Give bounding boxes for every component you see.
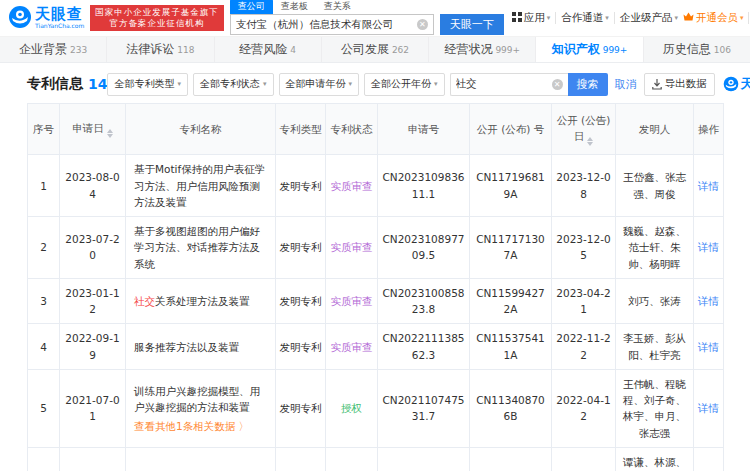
column-header-label: 发明人 (639, 123, 671, 135)
action-cell: 详情 (694, 447, 724, 471)
partner-channel-label: 合作通道 (561, 11, 603, 25)
column-header[interactable]: 公开 (公告) 日 (552, 104, 616, 155)
divider (555, 12, 556, 24)
table-row: 12023-08-04基于Motif保持的用户表征学习方法、用户信用风险预测方法… (28, 155, 724, 217)
nav-tab[interactable]: 公司发展262 (322, 37, 429, 62)
nav-tab-count: 4 (290, 45, 296, 55)
enterprise-products-label: 企业级产品 (620, 11, 673, 25)
filter-label: 全部专利状态 (200, 77, 260, 91)
chevron-down-icon: ▾ (177, 80, 181, 88)
nav-tab-count: 999+ (495, 45, 520, 55)
publication-date: 2022-04-12 (552, 369, 616, 447)
patent-type: 发明专利 (276, 369, 326, 447)
patent-status: 实质审查 (326, 447, 378, 471)
company-search-input[interactable] (236, 19, 417, 31)
vip-upgrade-menu[interactable]: 开通会员 ▾ (683, 11, 744, 25)
column-header-label: 申请号 (408, 123, 440, 135)
row-index: 4 (28, 324, 60, 370)
column-header: 序号 (28, 104, 60, 155)
patent-type: 发明专利 (276, 217, 326, 279)
nav-tab-count: 118 (177, 45, 194, 55)
publication-date: 2023-12-05 (552, 217, 616, 279)
company-search-box[interactable]: ✕ (230, 14, 434, 35)
inventors: 谭谦、林源、王儒林、陈晓斌、董燕萍、代磊 (616, 447, 694, 471)
detail-link[interactable]: 详情 (698, 241, 719, 253)
table-row: 62021-04-29数据同步方法以及装置发明专利实质审查CN202110475… (28, 447, 724, 471)
divider (614, 12, 615, 24)
tianyancha-logo[interactable]: 天眼查 TianYanCha.com (8, 5, 84, 32)
keyword-search-box[interactable]: ✕ (450, 73, 568, 96)
clear-keyword-icon[interactable]: ✕ (552, 79, 563, 90)
patent-status: 实质审查 (326, 278, 378, 324)
column-header: 操作 (694, 104, 724, 155)
patent-name-text: 训练用户兴趣挖掘模型、用户兴趣挖掘的方法和装置 (134, 385, 260, 413)
row-index: 6 (28, 447, 60, 471)
detail-link[interactable]: 详情 (698, 295, 719, 307)
row-index: 5 (28, 369, 60, 447)
nav-tab-count: 233 (70, 45, 87, 55)
crown-icon (683, 12, 694, 24)
patent-status: 实质审查 (326, 155, 378, 217)
patent-status: 实质审查 (326, 217, 378, 279)
detail-link[interactable]: 详情 (698, 341, 719, 353)
patent-status: 实质审查 (326, 324, 378, 370)
publication-number: CN117171307A (470, 217, 552, 279)
grid-icon (512, 12, 522, 24)
column-header-label: 专利状态 (331, 123, 373, 135)
application-date: 2023-08-04 (60, 155, 126, 217)
application-number: CN202310983611.1 (378, 155, 470, 217)
chevron-down-icon: ▾ (740, 14, 744, 22)
chevron-down-icon: ▾ (605, 14, 609, 22)
chevron-down-icon: ▾ (674, 14, 678, 22)
application-number: CN202110475659.2 (378, 447, 470, 471)
nav-tab-label: 法律诉讼 (126, 41, 174, 58)
related-data-link[interactable]: 查看其他1条相关数据 〉 (134, 418, 269, 434)
clear-search-icon[interactable]: ✕ (417, 19, 428, 30)
search-tab[interactable]: 查公司 (230, 0, 273, 14)
nav-tab[interactable]: 经营风险4 (215, 37, 322, 62)
column-header-label: 公开 (公告) 日 (557, 114, 611, 142)
header-search-button[interactable]: 天眼一下 (440, 14, 504, 35)
nav-tab[interactable]: 知识产权999+ (536, 37, 643, 62)
detail-link[interactable]: 详情 (698, 402, 719, 414)
nav-tab[interactable]: 法律诉讼118 (107, 37, 214, 62)
sort-icon[interactable] (587, 137, 593, 146)
patent-name: 训练用户兴趣挖掘模型、用户兴趣挖掘的方法和装置查看其他1条相关数据 〉 (126, 369, 276, 447)
keyword-search-input[interactable] (456, 78, 552, 90)
sort-icon[interactable] (107, 129, 113, 138)
filter-dropdown[interactable]: 全部专利状态▾ (193, 73, 274, 96)
export-data-label: 导出数据 (665, 77, 707, 91)
enterprise-products-menu[interactable]: 企业级产品 ▾ (620, 11, 678, 25)
filter-dropdown[interactable]: 全部申请年份▾ (279, 73, 360, 96)
nav-tab[interactable]: 历史信息106 (644, 37, 750, 62)
publication-date: 2023-04-21 (552, 278, 616, 324)
watermark-text: 天眼查 (741, 75, 750, 93)
search-tab[interactable]: 查老板 (273, 0, 316, 14)
nav-tab-count: 262 (392, 45, 409, 55)
vip-upgrade-label: 开通会员 (696, 11, 738, 25)
export-data-button[interactable]: 导出数据 (644, 73, 715, 96)
publication-number: CN113408706B (470, 369, 552, 447)
nav-tab[interactable]: 企业背景233 (0, 37, 107, 62)
nav-tab-count: 999+ (603, 45, 628, 55)
chevron-down-icon: ▾ (349, 80, 353, 88)
detail-link[interactable]: 详情 (698, 180, 719, 192)
filter-dropdown[interactable]: 全部公开年份▾ (364, 73, 445, 96)
nav-tab-label: 公司发展 (341, 41, 389, 58)
inventors: 王伟帆、程晓程、刘子奇、林宇、申月、张志强 (616, 369, 694, 447)
cancel-search-link[interactable]: 取消 (615, 77, 637, 92)
partner-channel-menu[interactable]: 合作通道 ▾ (561, 11, 609, 25)
table-row: 32023-01-12社交关系处理方法及装置发明专利实质审查CN20231008… (28, 278, 724, 324)
nav-tab[interactable]: 经营状况999+ (429, 37, 536, 62)
apps-menu[interactable]: 应用 ▾ (512, 11, 551, 25)
filter-dropdown[interactable]: 全部专利类型▾ (107, 73, 188, 96)
keyword-search-button[interactable]: 搜索 (568, 73, 608, 96)
inventors: 李玉娇、彭从阳、杜宇亮 (616, 324, 694, 370)
column-header-label: 专利名称 (180, 123, 222, 135)
badge-line1: 国家中小企业发展子基金旗下 (95, 7, 219, 18)
patent-name-text: 基于Motif保持的用户表征学习方法、用户信用风险预测方法及装置 (134, 163, 265, 208)
search-tab[interactable]: 查关系 (316, 0, 359, 14)
filter-label: 全部申请年份 (286, 77, 346, 91)
column-header[interactable]: 申请日 (60, 104, 126, 155)
table-header-row: 序号申请日专利名称专利类型专利状态申请号公开 (公布) 号公开 (公告) 日发明… (28, 104, 724, 155)
